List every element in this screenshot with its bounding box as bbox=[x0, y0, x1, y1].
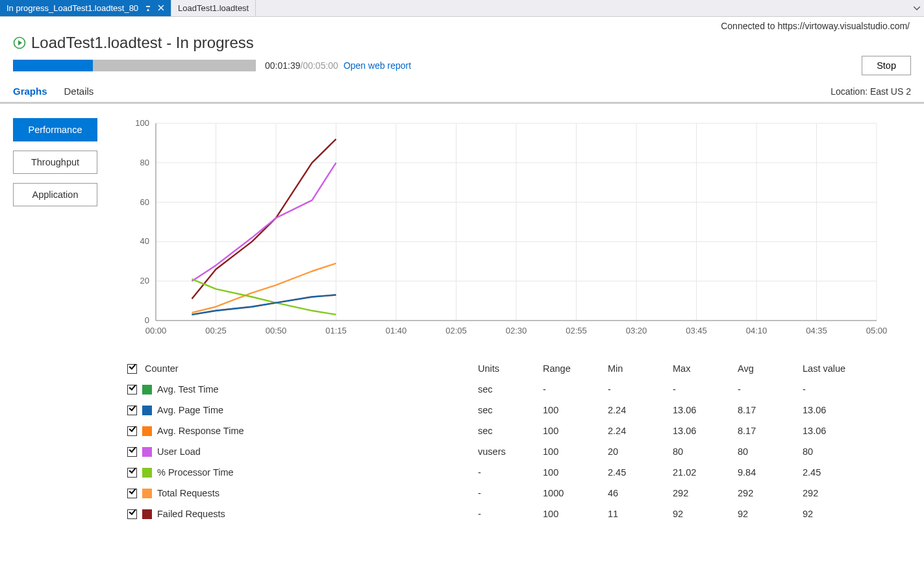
tab-active-label: In progress_LoadTest1.loadtest_80 bbox=[6, 3, 138, 13]
counter-row: Avg. Test Timesec----- bbox=[123, 379, 911, 400]
counter-label: User Load bbox=[157, 446, 201, 457]
page-title: LoadTest1.loadtest - In progress bbox=[31, 34, 254, 52]
counter-checkbox[interactable] bbox=[127, 468, 137, 478]
counter-range: 100 bbox=[539, 441, 604, 462]
tab-details[interactable]: Details bbox=[64, 86, 94, 97]
counter-row: Failed Requests-10011929292 bbox=[123, 504, 911, 524]
counter-max: 13.06 bbox=[669, 400, 734, 420]
counter-checkbox[interactable] bbox=[127, 509, 137, 519]
svg-text:20: 20 bbox=[140, 276, 149, 286]
toggle-all-checkbox[interactable] bbox=[127, 364, 137, 374]
counter-min: - bbox=[604, 379, 669, 400]
counter-min: 2.24 bbox=[604, 420, 669, 441]
stop-button[interactable]: Stop bbox=[862, 56, 911, 75]
pin-icon[interactable] bbox=[145, 4, 151, 13]
counter-label: Avg. Response Time bbox=[157, 426, 244, 436]
svg-text:05:00: 05:00 bbox=[866, 326, 888, 335]
tab-graphs[interactable]: Graphs bbox=[13, 86, 47, 97]
counter-last: - bbox=[799, 379, 911, 400]
counter-row: Avg. Page Timesec1002.2413.068.1713.06 bbox=[123, 400, 911, 420]
body: Performance Throughput Application 00:00… bbox=[0, 104, 924, 537]
counter-min: 2.24 bbox=[604, 400, 669, 420]
counter-swatch bbox=[142, 406, 152, 415]
counter-avg: 92 bbox=[734, 504, 799, 524]
location-label: Location: East US 2 bbox=[830, 86, 911, 97]
close-icon[interactable] bbox=[158, 4, 164, 13]
svg-text:03:45: 03:45 bbox=[686, 326, 707, 335]
counter-swatch bbox=[142, 468, 152, 478]
counter-swatch bbox=[142, 447, 152, 457]
counter-avg: 292 bbox=[734, 483, 799, 504]
counters-header-row: Counter Units Range Min Max Avg Last val… bbox=[123, 358, 911, 379]
view-tabs: Graphs Details Location: East US 2 bbox=[0, 82, 924, 104]
counter-max: 92 bbox=[669, 504, 734, 524]
counter-units: sec bbox=[474, 379, 539, 400]
header-min: Min bbox=[604, 358, 669, 379]
counter-checkbox[interactable] bbox=[127, 447, 137, 457]
counter-range: - bbox=[539, 379, 604, 400]
counter-last: 80 bbox=[799, 441, 911, 462]
counter-avg: 8.17 bbox=[734, 400, 799, 420]
counter-range: 1000 bbox=[539, 483, 604, 504]
counter-row: Avg. Response Timesec1002.2413.068.1713.… bbox=[123, 420, 911, 441]
counter-swatch bbox=[142, 489, 152, 498]
counter-min: 20 bbox=[604, 441, 669, 462]
svg-text:60: 60 bbox=[140, 197, 149, 207]
svg-text:02:05: 02:05 bbox=[445, 326, 467, 335]
svg-text:00:50: 00:50 bbox=[266, 326, 287, 335]
counter-range: 100 bbox=[539, 504, 604, 524]
title-row: LoadTest1.loadtest - In progress bbox=[0, 31, 924, 56]
svg-text:100: 100 bbox=[135, 118, 149, 128]
counter-min: 2.45 bbox=[604, 462, 669, 483]
counter-last: 13.06 bbox=[799, 420, 911, 441]
counter-min: 46 bbox=[604, 483, 669, 504]
sidebar-application[interactable]: Application bbox=[13, 183, 97, 206]
counter-checkbox[interactable] bbox=[127, 489, 137, 498]
counter-swatch bbox=[142, 509, 152, 519]
counter-last: 2.45 bbox=[799, 462, 911, 483]
counter-units: sec bbox=[474, 400, 539, 420]
header-avg: Avg bbox=[734, 358, 799, 379]
counter-checkbox[interactable] bbox=[127, 426, 137, 436]
counter-max: - bbox=[669, 379, 734, 400]
counter-last: 92 bbox=[799, 504, 911, 524]
svg-text:00:00: 00:00 bbox=[145, 326, 167, 335]
counter-avg: 9.84 bbox=[734, 462, 799, 483]
open-web-report-link[interactable]: Open web report bbox=[343, 60, 411, 71]
header-max: Max bbox=[669, 358, 734, 379]
play-icon bbox=[13, 36, 26, 49]
svg-text:01:40: 01:40 bbox=[386, 326, 407, 335]
header-last: Last value bbox=[799, 358, 911, 379]
tab-active[interactable]: In progress_LoadTest1.loadtest_80 bbox=[0, 0, 171, 16]
counter-checkbox[interactable] bbox=[127, 406, 137, 415]
sidebar-performance[interactable]: Performance bbox=[13, 118, 97, 141]
tab-inactive[interactable]: LoadTest1.loadtest bbox=[171, 0, 256, 16]
progress-row: 00:01:39 /00:05:00 Open web report Stop bbox=[0, 56, 924, 82]
counter-avg: 80 bbox=[734, 441, 799, 462]
counter-label: % Processor Time bbox=[157, 467, 234, 478]
counter-range: 100 bbox=[539, 420, 604, 441]
counter-label: Failed Requests bbox=[157, 509, 225, 519]
counter-max: 13.06 bbox=[669, 420, 734, 441]
svg-text:04:35: 04:35 bbox=[806, 326, 827, 335]
sidebar-throughput[interactable]: Throughput bbox=[13, 151, 97, 174]
header-counter: Counter bbox=[145, 363, 179, 374]
counter-max: 292 bbox=[669, 483, 734, 504]
counter-label: Avg. Test Time bbox=[157, 384, 219, 395]
tabs-overflow-icon[interactable] bbox=[910, 0, 924, 16]
counter-units: - bbox=[474, 483, 539, 504]
counter-avg: 8.17 bbox=[734, 420, 799, 441]
header-units: Units bbox=[474, 358, 539, 379]
counter-checkbox[interactable] bbox=[127, 385, 137, 395]
svg-text:02:30: 02:30 bbox=[506, 326, 527, 335]
elapsed-time: 00:01:39 bbox=[265, 60, 301, 71]
connection-status: Connected to https://virtoway.visualstud… bbox=[0, 17, 924, 31]
svg-text:80: 80 bbox=[140, 158, 149, 167]
counter-units: - bbox=[474, 504, 539, 524]
counter-avg: - bbox=[734, 379, 799, 400]
svg-text:02:55: 02:55 bbox=[566, 326, 587, 335]
counter-max: 80 bbox=[669, 441, 734, 462]
counter-row: User Loadvusers10020808080 bbox=[123, 441, 911, 462]
counter-last: 13.06 bbox=[799, 400, 911, 420]
counter-range: 100 bbox=[539, 462, 604, 483]
